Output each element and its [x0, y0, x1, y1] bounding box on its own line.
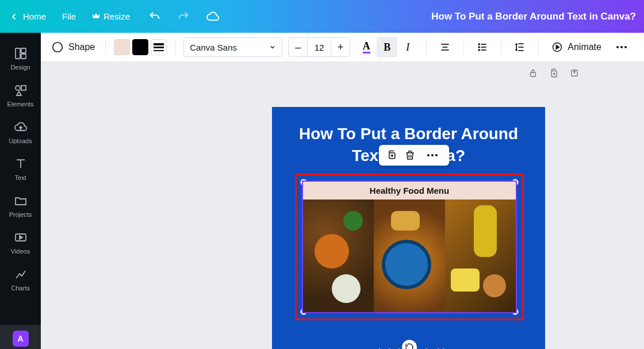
border-color-swatch[interactable]: [132, 39, 148, 55]
font-size-input[interactable]: [308, 37, 331, 57]
svg-rect-9: [154, 50, 164, 51]
shape-icon: [51, 41, 64, 53]
sidebar-label-projects: Projects: [9, 211, 32, 218]
text-color-letter: A: [363, 41, 370, 53]
align-icon: [439, 41, 451, 53]
redo-button[interactable]: [177, 10, 190, 23]
sidebar-item-design[interactable]: Design: [0, 41, 41, 78]
font-size-decrease[interactable]: –: [288, 37, 308, 57]
fill-color-swatch[interactable]: [114, 39, 130, 55]
font-size-increase[interactable]: +: [331, 37, 350, 57]
resize-button[interactable]: Resize: [92, 11, 130, 21]
delete-icon[interactable]: [404, 149, 416, 161]
border-style-button[interactable]: [151, 39, 167, 55]
sidebar-item-charts[interactable]: Charts: [0, 262, 41, 298]
document-title[interactable]: How To Put a Border Around Text in Canva…: [220, 11, 636, 22]
file-button[interactable]: File: [62, 11, 76, 21]
sidebar-label-text: Text: [14, 174, 26, 181]
svg-rect-8: [154, 47, 164, 48]
color-swatches: [114, 39, 167, 55]
sidebar-item-uploads[interactable]: Uploads: [0, 114, 41, 151]
text-color-button[interactable]: A: [356, 37, 377, 57]
animate-label: Animate: [568, 42, 601, 52]
svg-point-6: [53, 43, 63, 52]
menu-title-text[interactable]: Healthy Food Menu: [303, 182, 516, 200]
bold-button[interactable]: B: [377, 37, 397, 57]
italic-button[interactable]: I: [397, 37, 418, 57]
italic-letter: I: [406, 41, 409, 53]
sidebar: Design Elements Uploads Text Projects Vi…: [0, 33, 41, 349]
font-size-stepper: – +: [288, 37, 350, 57]
lock-icon[interactable]: [528, 68, 538, 78]
sidebar-item-projects[interactable]: Projects: [0, 188, 41, 225]
sidebar-label-design: Design: [10, 64, 30, 71]
animate-icon: [551, 41, 563, 53]
sidebar-item-app[interactable]: A: [0, 325, 41, 349]
duplicate-page-icon[interactable]: [549, 68, 559, 78]
sidebar-label-elements: Elements: [7, 101, 34, 108]
selected-group[interactable]: Healthy Food Menu: [295, 174, 524, 320]
sidebar-label-videos: Videos: [11, 248, 30, 255]
cloud-sync-icon[interactable]: [206, 10, 220, 24]
undo-button[interactable]: [148, 10, 161, 23]
svg-rect-7: [154, 43, 164, 45]
shape-label: Shape: [68, 42, 95, 52]
sidebar-label-charts: Charts: [11, 285, 29, 292]
file-label: File: [62, 11, 76, 21]
context-more-icon[interactable]: [423, 149, 442, 161]
top-bar: Home File Resize How To Put a Border Aro…: [0, 0, 644, 33]
sidebar-item-elements[interactable]: Elements: [0, 78, 41, 114]
design-page[interactable]: How To Put a Border Around Text in Canva…: [272, 107, 545, 349]
svg-point-17: [478, 49, 480, 51]
floating-context-menu: [379, 145, 449, 166]
page-actions: [528, 68, 580, 78]
sidebar-item-text[interactable]: Text: [0, 151, 41, 188]
more-button[interactable]: [612, 41, 631, 53]
border-weight-icon: [154, 43, 164, 51]
svg-rect-24: [531, 72, 536, 76]
sidebar-item-videos[interactable]: Videos: [0, 225, 41, 262]
animate-button[interactable]: Animate: [547, 39, 606, 55]
spacing-button[interactable]: [509, 37, 530, 57]
svg-point-3: [16, 86, 20, 90]
app-badge: A: [13, 331, 29, 347]
bold-letter: B: [384, 41, 390, 53]
align-button[interactable]: [435, 37, 455, 57]
context-toolbar: Shape Canva Sans – + A B: [41, 33, 644, 62]
svg-rect-4: [21, 86, 26, 90]
svg-rect-0: [16, 48, 20, 59]
list-icon: [477, 41, 488, 53]
food-image-3[interactable]: [445, 200, 516, 312]
duplicate-icon[interactable]: [386, 149, 397, 161]
home-button[interactable]: Home: [10, 11, 46, 21]
crown-icon: [92, 11, 100, 21]
svg-point-15: [478, 47, 480, 48]
chevron-down-icon: [269, 44, 276, 51]
highlight-outline: Healthy Food Menu: [295, 174, 524, 320]
share-page-icon[interactable]: [569, 68, 580, 78]
font-select[interactable]: Canva Sans: [183, 37, 282, 57]
font-name: Canva Sans: [190, 43, 237, 52]
home-label: Home: [23, 11, 46, 21]
sidebar-label-uploads: Uploads: [9, 137, 32, 144]
resize-label: Resize: [103, 11, 130, 21]
spacing-icon: [514, 41, 526, 53]
canvas-area[interactable]: How To Put a Border Around Text in Canva…: [41, 62, 644, 349]
shape-button[interactable]: Shape: [49, 39, 97, 56]
list-button[interactable]: [472, 37, 493, 57]
food-image-1[interactable]: [303, 200, 374, 312]
chevron-left-icon: [10, 13, 18, 21]
svg-point-13: [478, 44, 480, 45]
svg-rect-1: [21, 48, 26, 53]
svg-rect-2: [21, 54, 26, 59]
food-image-2[interactable]: [374, 200, 444, 312]
food-images-row: [303, 200, 516, 312]
text-element-border[interactable]: Healthy Food Menu: [302, 181, 517, 313]
